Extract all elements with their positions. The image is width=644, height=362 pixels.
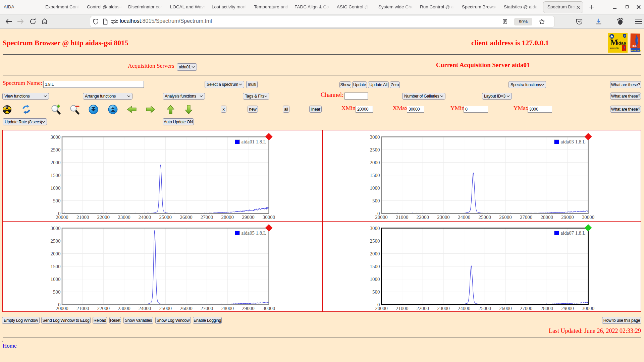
svg-text:26000: 26000 <box>499 306 512 311</box>
svg-text:23000: 23000 <box>437 306 450 311</box>
svg-text:28000: 28000 <box>541 215 553 220</box>
svg-text:500: 500 <box>372 198 380 203</box>
svg-text:aida05 1.8.L: aida05 1.8.L <box>241 230 266 236</box>
svg-text:29000: 29000 <box>242 306 255 311</box>
svg-text:28000: 28000 <box>221 306 234 311</box>
svg-text:27000: 27000 <box>520 215 533 220</box>
svg-text:23000: 23000 <box>437 215 450 220</box>
svg-text:21000: 21000 <box>396 215 409 220</box>
svg-text:23000: 23000 <box>118 215 130 220</box>
svg-text:30000: 30000 <box>582 306 595 311</box>
svg-text:22000: 22000 <box>417 215 429 220</box>
svg-text:30000: 30000 <box>263 215 275 220</box>
svg-text:500: 500 <box>372 289 380 294</box>
svg-text:3000: 3000 <box>370 134 380 140</box>
svg-text:25000: 25000 <box>479 306 491 311</box>
svg-text:1000: 1000 <box>51 276 61 282</box>
svg-text:3000: 3000 <box>51 225 61 231</box>
svg-text:2000: 2000 <box>370 251 380 256</box>
svg-text:26000: 26000 <box>499 215 512 220</box>
svg-text:20000: 20000 <box>375 215 388 220</box>
svg-text:26000: 26000 <box>180 215 193 220</box>
svg-text:idas: idas <box>617 41 626 46</box>
svg-text:2500: 2500 <box>370 147 380 153</box>
svg-text:29000: 29000 <box>561 306 574 311</box>
svg-text:21000: 21000 <box>76 306 89 311</box>
svg-text:25000: 25000 <box>159 215 172 220</box>
svg-text:22000: 22000 <box>97 306 110 311</box>
svg-text:1500: 1500 <box>51 263 61 269</box>
svg-text:2500: 2500 <box>51 238 61 243</box>
svg-text:25000: 25000 <box>159 306 172 311</box>
svg-text:27000: 27000 <box>201 306 213 311</box>
svg-text:27000: 27000 <box>520 306 533 311</box>
svg-text:29000: 29000 <box>561 215 574 220</box>
svg-text:28000: 28000 <box>221 215 234 220</box>
svg-text:powered by: powered by <box>610 47 619 49</box>
svg-text:1000: 1000 <box>370 276 380 282</box>
svg-text:24000: 24000 <box>139 215 151 220</box>
svg-text:1500: 1500 <box>370 263 380 269</box>
svg-text:27000: 27000 <box>201 215 213 220</box>
svg-text:2000: 2000 <box>370 160 380 165</box>
svg-text:1500: 1500 <box>51 173 61 178</box>
svg-text:21000: 21000 <box>396 306 409 311</box>
svg-text:20000: 20000 <box>56 306 68 311</box>
svg-text:21000: 21000 <box>76 215 89 220</box>
svg-text:22000: 22000 <box>97 215 110 220</box>
svg-text:23000: 23000 <box>118 306 130 311</box>
svg-text:29000: 29000 <box>242 215 255 220</box>
svg-text:T C L: T C L <box>623 50 626 51</box>
svg-text:20000: 20000 <box>56 215 68 220</box>
svg-text:aida01 1.8.L: aida01 1.8.L <box>241 139 266 144</box>
svg-text:2500: 2500 <box>51 147 61 153</box>
svg-text:24000: 24000 <box>458 306 471 311</box>
svg-text:3000: 3000 <box>51 134 61 140</box>
svg-text:500: 500 <box>53 289 61 294</box>
svg-text:22000: 22000 <box>417 306 429 311</box>
svg-text:500: 500 <box>53 198 61 203</box>
svg-text:25000: 25000 <box>479 215 491 220</box>
svg-text:24000: 24000 <box>458 215 471 220</box>
svg-text:20000: 20000 <box>375 306 388 311</box>
svg-text:2500: 2500 <box>370 238 380 243</box>
svg-text:aida03 1.8.L: aida03 1.8.L <box>561 139 586 144</box>
svg-text:1500: 1500 <box>370 173 380 178</box>
svg-text:24000: 24000 <box>139 306 151 311</box>
svg-text:26000: 26000 <box>180 306 193 311</box>
svg-text:2000: 2000 <box>51 251 61 256</box>
svg-text:2000: 2000 <box>51 160 61 165</box>
svg-text:3000: 3000 <box>370 225 380 231</box>
svg-text:28000: 28000 <box>541 306 553 311</box>
svg-text:30000: 30000 <box>263 306 275 311</box>
svg-text:30000: 30000 <box>582 215 595 220</box>
svg-text:POWERED: POWERED <box>631 50 641 52</box>
svg-text:aida07 1.8.L: aida07 1.8.L <box>561 230 586 236</box>
svg-text:1000: 1000 <box>51 185 61 191</box>
svg-text:1000: 1000 <box>370 185 380 191</box>
svg-text:TCL: TCL <box>631 44 637 48</box>
